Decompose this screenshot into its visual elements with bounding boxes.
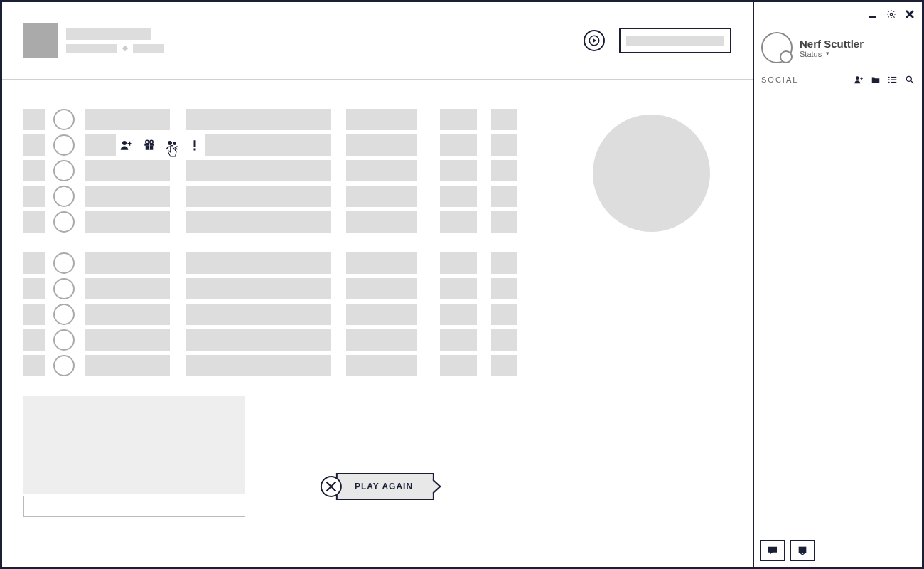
player-name-cell — [85, 355, 170, 376]
gold-cell — [440, 134, 477, 156]
champion-avatar[interactable] — [53, 186, 75, 207]
player-name-cell — [85, 160, 170, 181]
cs-cell — [491, 278, 517, 299]
player-row[interactable] — [23, 109, 731, 130]
gold-cell — [440, 278, 477, 299]
player-row[interactable] — [23, 252, 731, 274]
gold-cell — [440, 304, 477, 325]
minimize-button[interactable] — [868, 9, 878, 19]
list-icon — [888, 75, 898, 85]
gold-cell — [440, 109, 477, 130]
champion-avatar[interactable] — [53, 252, 75, 274]
svg-point-2 — [122, 141, 127, 145]
kda-cell — [346, 160, 417, 181]
cs-cell — [491, 211, 517, 233]
watch-replay-button[interactable] — [584, 30, 605, 51]
chat-button[interactable] — [760, 540, 785, 561]
champion-avatar[interactable] — [53, 355, 75, 376]
cs-cell — [491, 134, 517, 156]
report-icon — [188, 139, 201, 151]
player-row[interactable] — [23, 355, 731, 376]
champion-avatar[interactable] — [53, 304, 75, 325]
report-action[interactable] — [188, 139, 201, 151]
settings-button[interactable] — [886, 9, 896, 19]
cs-cell — [491, 186, 517, 207]
header-title — [66, 28, 164, 53]
kda-cell — [346, 186, 417, 207]
social-actions — [854, 75, 915, 85]
items-cell — [186, 211, 331, 233]
cs-cell — [491, 304, 517, 325]
gold-cell — [440, 355, 477, 376]
search-icon — [905, 75, 915, 85]
champion-avatar[interactable] — [53, 329, 75, 351]
champion-avatar[interactable] — [53, 109, 75, 130]
close-window-button[interactable] — [905, 9, 915, 19]
champion-avatar[interactable] — [53, 211, 75, 233]
gold-cell — [440, 160, 477, 181]
svg-line-30 — [911, 81, 914, 84]
player-row[interactable] — [23, 160, 731, 181]
items-cell — [186, 329, 331, 351]
cs-cell — [491, 160, 517, 181]
profile-name: Nerf Scuttler — [800, 38, 864, 50]
search-friends-button[interactable] — [905, 75, 915, 85]
player-row[interactable] — [23, 186, 731, 207]
rank-cell — [23, 355, 45, 376]
status-dropdown[interactable]: Status — [800, 50, 864, 58]
add-friend-button[interactable] — [854, 75, 864, 85]
player-name-cell — [85, 109, 170, 130]
svg-rect-13 — [194, 149, 196, 151]
game-mode-icon — [23, 23, 58, 58]
player-row[interactable] — [23, 329, 731, 351]
rank-cell — [23, 329, 45, 351]
kda-cell — [346, 134, 417, 156]
rank-cell — [23, 211, 45, 233]
player-row[interactable] — [23, 278, 731, 299]
side-bottom-actions — [760, 540, 815, 561]
gift-action[interactable] — [143, 139, 156, 151]
items-cell — [186, 304, 331, 325]
header-search[interactable] — [619, 28, 731, 53]
main-area: PLAY AGAIN — [2, 2, 754, 567]
items-cell — [186, 160, 331, 181]
items-cell — [186, 252, 331, 274]
svg-rect-7 — [149, 144, 150, 150]
gold-cell — [440, 329, 477, 351]
kda-cell — [346, 355, 417, 376]
items-cell — [186, 109, 331, 130]
replay-icon — [588, 34, 601, 47]
player-row[interactable] — [23, 211, 731, 233]
champion-avatar[interactable] — [53, 160, 75, 181]
search-placeholder — [626, 36, 724, 46]
team-1 — [23, 109, 731, 233]
folder-button[interactable] — [871, 75, 881, 85]
items-cell — [186, 134, 331, 156]
add-friend-icon — [854, 75, 864, 85]
player-row[interactable] — [23, 134, 731, 156]
honor-input[interactable] — [23, 496, 245, 517]
missions-button[interactable] — [790, 540, 815, 561]
diamond-separator-icon — [122, 46, 128, 51]
dismiss-button[interactable] — [321, 476, 342, 497]
gift-icon — [143, 139, 156, 151]
player-row[interactable] — [23, 304, 731, 325]
header-right — [584, 28, 731, 53]
play-again-button[interactable]: PLAY AGAIN — [336, 473, 434, 500]
close-icon — [322, 477, 340, 496]
champion-avatar[interactable] — [53, 278, 75, 299]
kda-cell — [346, 252, 417, 274]
mission-icon — [796, 545, 809, 556]
player-name-cell — [85, 186, 170, 207]
rank-cell — [23, 252, 45, 274]
champion-avatar[interactable] — [53, 134, 75, 156]
folder-icon — [871, 75, 881, 85]
add-friend-action[interactable] — [120, 139, 133, 151]
add-friend-icon — [120, 139, 133, 151]
sort-button[interactable] — [888, 75, 898, 85]
header — [2, 2, 753, 80]
player-name-cell — [85, 211, 170, 233]
svg-point-8 — [146, 140, 149, 144]
svg-point-29 — [906, 76, 911, 81]
profile-avatar[interactable] — [761, 32, 793, 63]
